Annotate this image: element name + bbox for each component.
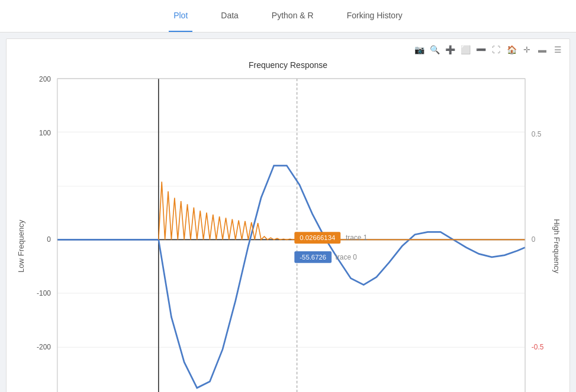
menu-icon[interactable]: ☰ — [552, 44, 564, 56]
tab-forking-history[interactable]: Forking History — [342, 0, 407, 32]
home-icon[interactable]: 🏠 — [506, 44, 517, 56]
fullscreen-icon[interactable]: ⛶ — [490, 44, 502, 56]
svg-text:200: 200 — [39, 75, 51, 83]
svg-text:High Frequency: High Frequency — [552, 219, 561, 274]
svg-text:-200: -200 — [37, 343, 51, 351]
frequency-chart: 0 0.5 -0.5 -1 200 100 0 -100 -200 -300 L… — [12, 72, 564, 392]
tab-data[interactable]: Data — [216, 0, 243, 32]
separator-icon: ▬ — [536, 44, 548, 56]
tab-plot[interactable]: Plot — [169, 0, 192, 32]
svg-text:0.02666134: 0.02666134 — [300, 234, 335, 241]
svg-text:-100: -100 — [37, 289, 51, 297]
svg-text:0.5: 0.5 — [532, 130, 542, 138]
svg-rect-0 — [57, 79, 525, 392]
svg-text:trace 0: trace 0 — [336, 253, 358, 261]
zoom-in-icon[interactable]: ⬜ — [459, 44, 471, 56]
svg-text:0: 0 — [47, 235, 51, 244]
svg-text:-55.6726: -55.6726 — [300, 254, 326, 261]
tab-bar: Plot Data Python & R Forking History — [0, 0, 576, 33]
chart-toolbar: 📷 🔍 ➕ ⬜ ➖ ⛶ 🏠 ✛ ▬ ☰ — [7, 39, 569, 60]
svg-text:0: 0 — [532, 235, 536, 244]
camera-icon[interactable]: 📷 — [413, 44, 425, 56]
svg-text:100: 100 — [39, 129, 51, 137]
chart-container: 📷 🔍 ➕ ⬜ ➖ ⛶ 🏠 ✛ ▬ ☰ Frequency Response — [6, 38, 570, 392]
crosshair-icon[interactable]: ✛ — [521, 44, 533, 56]
svg-text:-0.5: -0.5 — [532, 343, 544, 351]
zoom-icon[interactable]: 🔍 — [429, 44, 440, 56]
app-container: Plot Data Python & R Forking History 📷 🔍… — [0, 0, 576, 392]
zoom-out-icon[interactable]: ➖ — [475, 44, 487, 56]
plus-icon[interactable]: ➕ — [444, 44, 456, 56]
chart-area: 0 0.5 -0.5 -1 200 100 0 -100 -200 -300 L… — [12, 72, 564, 392]
tab-python-r[interactable]: Python & R — [267, 0, 318, 32]
svg-text:Low Frequency: Low Frequency — [17, 219, 26, 273]
svg-text:trace 1: trace 1 — [346, 234, 368, 242]
chart-title: Frequency Response — [7, 60, 569, 70]
